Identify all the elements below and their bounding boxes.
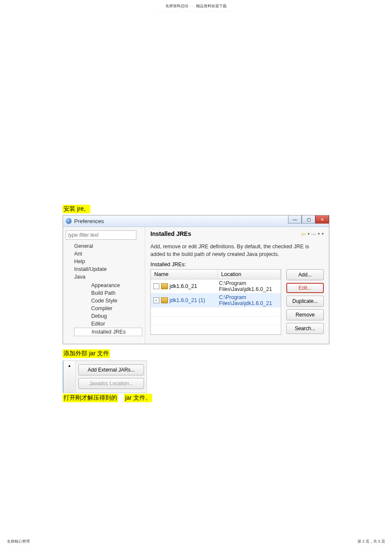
empty-row [151, 325, 281, 334]
main-panel: Installed JREs ⇦▾ ⇨▾ ▾ Add, remove or ed… [145, 227, 329, 344]
header-dots: · · · · · · · · · · · · · · · · · · [0, 10, 392, 13]
col-name[interactable]: Name [151, 270, 218, 279]
footer-dots: · · · · · · · [357, 544, 385, 547]
empty-row [151, 308, 281, 317]
javadoc-location-button[interactable]: Javadoc Location... [78, 378, 144, 389]
label-install-jre: 安装 jre。 [63, 205, 90, 213]
dialog-title: Preferences [74, 218, 104, 224]
tree-codestyle[interactable]: Code Style [74, 297, 142, 305]
tree-installed-jres[interactable]: Installed JREs [74, 328, 142, 336]
jre-icon [161, 283, 168, 289]
add-external-jars-button[interactable]: Add External JARs... [78, 364, 144, 375]
table-row[interactable]: ✓jdk1.6.0_21 (1) C:\Program Files\Java\j… [151, 293, 281, 308]
row-name: jdk1.6.0_21 (1) [170, 297, 205, 303]
dropdown-icon[interactable]: ▾ [308, 232, 310, 236]
tree-buildpath[interactable]: Build Path [74, 289, 142, 297]
button-column: Add... Edit... Duplicate... Remove Searc… [286, 269, 324, 335]
tree-ant[interactable]: Ant [66, 250, 142, 258]
tree-install[interactable]: Install/Update [66, 265, 142, 273]
sidebar: General Ant Help Install/Update Java App… [63, 227, 145, 344]
close-button[interactable]: ✕ [315, 215, 329, 224]
footer-dots: · · · · · · · [7, 544, 30, 547]
tree-java[interactable]: Java [66, 273, 142, 281]
row-loc: C:\Program Files\Java\jdk1.6.0_21 [216, 279, 281, 293]
checkbox[interactable] [153, 283, 159, 289]
menu-icon[interactable]: ▾ [322, 232, 324, 236]
minimize-button[interactable]: — [288, 215, 302, 224]
col-location[interactable]: Location [218, 270, 281, 279]
row-name: jdk1.6.0_21 [170, 283, 197, 289]
label-add-external-jar: 添加外部 jar 文件 [63, 349, 110, 358]
table-row[interactable]: jdk1.6.0_21 C:\Program Files\Java\jdk1.6… [151, 279, 281, 293]
label-open-jar-b: jar 文件。 [124, 394, 152, 402]
empty-row [151, 317, 281, 325]
header-sep: · · · [190, 4, 195, 8]
jre-table: Name Location jdk1.6.0_21 C:\Program Fil… [150, 269, 281, 335]
filter-input[interactable] [66, 230, 136, 240]
nav-toolbar: ⇦▾ ⇨▾ ▾ [301, 231, 324, 237]
back-icon[interactable]: ⇦ [301, 231, 306, 237]
row-loc: C:\Program Files\Java\jdk1.6.0_21 [216, 293, 281, 307]
tree-editor[interactable]: Editor [74, 320, 142, 328]
footer-left: 名师精心整理 [7, 539, 30, 544]
tree-debug[interactable]: Debug [74, 312, 142, 320]
remove-button[interactable]: Remove [286, 309, 324, 320]
maximize-button[interactable]: ▢ [302, 215, 315, 224]
tree-general[interactable]: General [66, 242, 142, 250]
search-button[interactable]: Search... [286, 323, 324, 334]
dialog-fragment: ▲ Add External JARs... Javadoc Location.… [63, 360, 147, 393]
footer-right: 第 2 页，共 5 页 [357, 539, 385, 544]
tree: General Ant Help Install/Update Java App… [66, 242, 142, 337]
scroll-up[interactable]: ▲ [63, 361, 76, 392]
tree-help[interactable]: Help [66, 258, 142, 265]
preferences-dialog: Preferences — ▢ ✕ General Ant Help Insta… [63, 215, 329, 344]
eclipse-icon [66, 218, 72, 224]
duplicate-button[interactable]: Duplicate... [286, 296, 324, 307]
page-header: 名师资料总结 · · · 精品资料欢迎下载 · · · · · · · · · … [0, 0, 392, 13]
titlebar: Preferences — ▢ ✕ [63, 215, 329, 227]
edit-button[interactable]: Edit... [286, 283, 324, 293]
forward-icon[interactable]: ⇨ [311, 231, 316, 237]
subtitle: Installed JREs: [150, 262, 324, 267]
tree-appearance[interactable]: Appearance [74, 282, 142, 289]
tree-compiler[interactable]: Compiler [74, 305, 142, 312]
page-footer: 名师精心整理 · · · · · · · 第 2 页，共 5 页 · · · ·… [7, 539, 385, 547]
up-icon: ▲ [68, 363, 72, 368]
add-button[interactable]: Add... [286, 269, 324, 280]
description: Add, remove or edit JRE definitions. By … [150, 243, 324, 258]
label-open-jar-a: 打开刚才解压得到的 [63, 394, 118, 402]
dropdown-icon[interactable]: ▾ [318, 232, 320, 236]
panel-title: Installed JREs [150, 230, 191, 237]
checkbox[interactable]: ✓ [153, 297, 159, 303]
header-text-1: 名师资料总结 [165, 4, 188, 8]
header-text-2: 精品资料欢迎下载 [196, 4, 227, 8]
table-header: Name Location [151, 270, 281, 279]
jre-icon [161, 297, 168, 303]
